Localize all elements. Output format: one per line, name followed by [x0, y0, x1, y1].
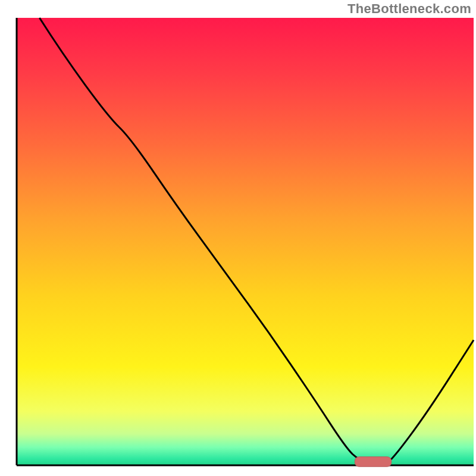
watermark-label: TheBottleneck.com	[347, 1, 471, 17]
plot-svg	[0, 0, 476, 476]
bottleneck-chart: TheBottleneck.com	[0, 0, 476, 476]
optimal-range-marker	[355, 457, 391, 467]
